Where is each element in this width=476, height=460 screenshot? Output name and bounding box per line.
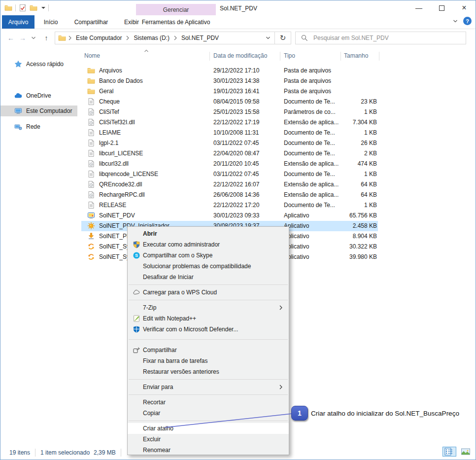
menu-item-copiar[interactable]: Copiar bbox=[128, 408, 289, 419]
items-count: 19 itens bbox=[9, 449, 30, 456]
refresh-button[interactable]: ↻ bbox=[274, 32, 291, 44]
menu-item-desafixar-de-iniciar[interactable]: Desafixar de Iniciar bbox=[128, 272, 289, 283]
updater-app-icon bbox=[87, 232, 95, 240]
breadcrumb-este-computador[interactable]: Este Computador bbox=[74, 35, 124, 41]
file-row[interactable]: libcurl32.dll 20/11/2020 10:45 Extensão … bbox=[81, 159, 378, 169]
file-row[interactable]: Cheque 08/04/2015 09:58 Documento de Te.… bbox=[81, 97, 378, 107]
menu-item-compartilhar-com-skype[interactable]: Compartilhar com o Skype bbox=[128, 250, 289, 261]
up-button[interactable]: ↑ bbox=[42, 34, 51, 42]
file-name: lgpl-2.1 bbox=[99, 140, 208, 146]
forward-button[interactable]: → bbox=[18, 34, 27, 42]
menu-item-7zip[interactable]: 7-Zip bbox=[128, 302, 289, 313]
file-row[interactable]: Banco de Dados 30/01/2023 14:38 Pasta de… bbox=[81, 76, 378, 86]
file-size: 2.458 KB bbox=[341, 222, 377, 229]
menu-separator bbox=[128, 335, 289, 345]
column-divider[interactable] bbox=[209, 52, 210, 61]
file-row[interactable]: CliSiTef 25/01/2023 15:58 Parâmetros de … bbox=[81, 107, 378, 117]
menu-item-compartilhar[interactable]: Compartilhar bbox=[128, 345, 289, 355]
file-date: 08/04/2015 09:58 bbox=[213, 98, 277, 105]
column-header-tipo[interactable]: Tipo bbox=[284, 52, 295, 59]
defender-icon bbox=[133, 325, 140, 333]
toolbar-divider bbox=[15, 4, 16, 11]
file-row[interactable]: libqrencode_LICENSE 03/11/2022 07:45 Doc… bbox=[81, 169, 378, 179]
tab-compartilhar[interactable]: Compartilhar bbox=[67, 15, 116, 29]
ribbon-collapse-chevron-icon[interactable] bbox=[452, 18, 458, 24]
column-header-data[interactable]: Data de modificação bbox=[213, 52, 267, 59]
file-type: Extensão de aplica... bbox=[284, 119, 341, 126]
thumbnails-view-button[interactable] bbox=[459, 447, 473, 457]
file-type: Aplicativo bbox=[284, 212, 341, 219]
maximize-button[interactable] bbox=[430, 0, 453, 15]
menu-item-solucionar-problemas[interactable]: Solucionar problemas de compatibilidade bbox=[128, 261, 289, 272]
file-row[interactable]: libcurl_LICENSE 22/04/2020 08:47 Documen… bbox=[81, 148, 378, 159]
column-divider[interactable] bbox=[379, 52, 379, 61]
chevron-down-icon[interactable] bbox=[41, 7, 45, 9]
tab-inicio[interactable]: Início bbox=[35, 15, 67, 29]
menu-separator bbox=[128, 392, 289, 397]
toolbar-divider bbox=[48, 4, 49, 11]
folder-icon[interactable] bbox=[4, 4, 12, 12]
menu-item-renomear[interactable]: Renomear bbox=[128, 445, 289, 456]
text-document-icon bbox=[87, 170, 95, 178]
sidebar-item-este-computador[interactable]: Este Computador bbox=[0, 106, 77, 116]
menu-separator bbox=[128, 419, 289, 423]
file-row[interactable]: CliSiTef32I.dll 22/12/2022 17:19 Extensã… bbox=[81, 117, 378, 128]
file-name: RELEASE bbox=[99, 202, 208, 209]
file-date: 30/01/2023 14:38 bbox=[213, 77, 277, 84]
menu-item-edit-with-notepadpp[interactable]: Edit with Notepad++ bbox=[128, 313, 289, 324]
network-icon bbox=[14, 123, 22, 131]
menu-item-fixar-barra-tarefas[interactable]: Fixar na barra de tarefas bbox=[128, 355, 289, 366]
column-divider[interactable] bbox=[340, 52, 341, 61]
menu-item-verificar-defender[interactable]: Verificar com o Microsoft Defender... bbox=[128, 324, 289, 335]
menu-item-restaurar-versoes[interactable]: Restaurar versões anteriores bbox=[128, 366, 289, 377]
file-date: 29/12/2022 17:10 bbox=[213, 67, 277, 74]
back-button[interactable]: ← bbox=[6, 34, 15, 42]
sync-app-icon bbox=[87, 243, 95, 250]
address-dropdown-chevron[interactable] bbox=[262, 32, 274, 44]
folder-icon bbox=[87, 77, 95, 85]
address-bar[interactable]: Este Computador Sistemas (D:) Sol.NET_PD… bbox=[55, 32, 291, 44]
sidebar-item-rede[interactable]: Rede bbox=[0, 121, 77, 132]
file-size: 26 KB bbox=[341, 140, 377, 146]
menu-item-enviar-para[interactable]: Enviar para bbox=[128, 382, 289, 392]
menu-item-carregar-wps-cloud[interactable]: Carregar para o WPS Cloud bbox=[128, 287, 289, 298]
menu-item-excluir[interactable]: Excluir bbox=[128, 434, 289, 445]
share-icon bbox=[133, 346, 140, 354]
menu-item-criar-atalho[interactable]: Criar atalho bbox=[128, 423, 289, 434]
minimize-button[interactable]: — bbox=[408, 0, 430, 15]
help-icon[interactable]: ? bbox=[463, 17, 472, 25]
menu-item-abrir[interactable]: Abrir bbox=[128, 228, 289, 239]
details-view-button[interactable] bbox=[442, 447, 456, 457]
file-row[interactable]: Arquivos 29/12/2022 17:10 Pasta de arqui… bbox=[81, 66, 378, 76]
status-divider bbox=[35, 449, 35, 457]
tab-arquivo[interactable]: Arquivo bbox=[2, 15, 34, 29]
file-size: 23 KB bbox=[341, 98, 377, 105]
properties-check-icon[interactable] bbox=[19, 4, 27, 12]
file-row[interactable]: RechargeRPC.dll 26/06/2008 14:36 Extensã… bbox=[81, 190, 378, 200]
close-button[interactable]: × bbox=[453, 0, 476, 15]
breadcrumb-sistemas-d[interactable]: Sistemas (D:) bbox=[132, 35, 171, 41]
file-type: Aplicativo bbox=[284, 253, 341, 260]
file-row[interactable]: RELEASE 22/12/2022 17:20 Documento de Te… bbox=[81, 200, 378, 211]
recent-locations-chevron[interactable] bbox=[30, 34, 37, 42]
sidebar-item-onedrive[interactable]: OneDrive bbox=[0, 90, 77, 101]
menu-item-executar-como-administrador[interactable]: Executar como administrador bbox=[128, 239, 289, 250]
file-date: 22/12/2022 17:20 bbox=[213, 202, 277, 209]
file-row[interactable]: LEIAME 10/10/2008 11:31 Documento de Te.… bbox=[81, 128, 378, 138]
file-row[interactable]: SolNET_PDV 30/01/2023 09:33 Aplicativo 6… bbox=[81, 211, 378, 221]
uac-shield-icon bbox=[133, 241, 140, 248]
file-row[interactable]: Geral 19/01/2023 16:41 Pasta de arquivos bbox=[81, 86, 378, 97]
column-divider[interactable] bbox=[280, 52, 280, 61]
tab-ferramentas-de-aplicativo[interactable]: Ferramentas de Aplicativo bbox=[136, 15, 216, 29]
sidebar-item-acesso-rapido[interactable]: Acesso rápido bbox=[0, 59, 77, 70]
search-input[interactable] bbox=[312, 34, 466, 42]
column-header-tamanho[interactable]: Tamanho bbox=[344, 52, 368, 59]
column-header-nome[interactable]: Nome bbox=[84, 52, 100, 59]
breadcrumb-solnet-pdv[interactable]: Sol.NET_PDV bbox=[179, 35, 221, 41]
file-date: 03/11/2022 07:45 bbox=[213, 171, 277, 177]
file-row[interactable]: QREncode32.dll 22/12/2022 16:07 Extensão… bbox=[81, 179, 378, 190]
menu-item-recortar[interactable]: Recortar bbox=[128, 397, 289, 408]
file-row[interactable]: lgpl-2.1 03/11/2022 07:45 Documento de T… bbox=[81, 138, 378, 148]
folder-dropdown-icon[interactable] bbox=[30, 4, 37, 12]
wps-cloud-icon bbox=[133, 288, 140, 296]
